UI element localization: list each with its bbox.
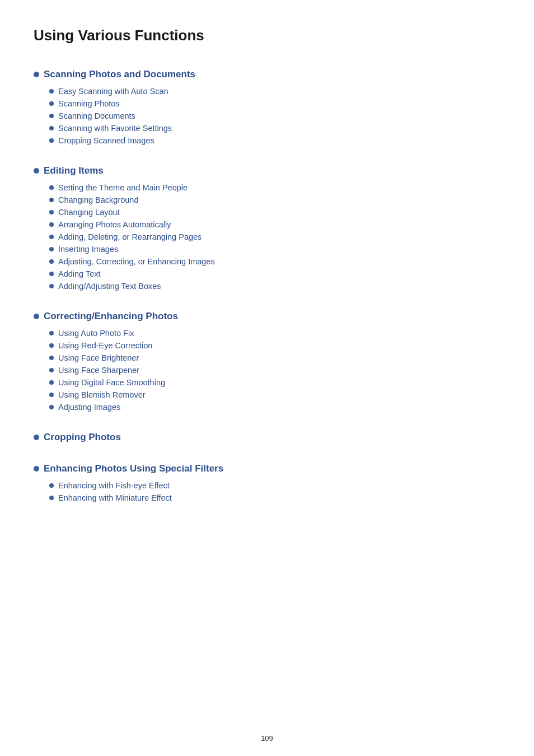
item-bullet-icon — [49, 368, 54, 372]
list-item: Scanning with Favorite Settings — [49, 124, 500, 133]
section-header-correcting-enhancing: Correcting/Enhancing Photos — [34, 311, 500, 322]
item-bullet-icon — [49, 496, 54, 500]
section-title-scanning-photos-docs[interactable]: Scanning Photos and Documents — [44, 69, 195, 80]
list-item: Changing Background — [49, 195, 500, 204]
item-bullet-icon — [49, 101, 54, 106]
page-number: 109 — [0, 734, 534, 743]
section-bullet-icon — [34, 72, 39, 77]
section-enhancing-special: Enhancing Photos Using Special FiltersEn… — [34, 463, 500, 502]
item-link[interactable]: Arranging Photos Automatically — [58, 220, 171, 229]
item-bullet-icon — [49, 405, 54, 409]
section-title-correcting-enhancing[interactable]: Correcting/Enhancing Photos — [44, 311, 178, 322]
list-item: Enhancing with Miniature Effect — [49, 493, 500, 502]
item-bullet-icon — [49, 247, 54, 251]
section-title-cropping-photos[interactable]: Cropping Photos — [44, 432, 121, 443]
item-bullet-icon — [49, 331, 54, 335]
list-item: Adding Text — [49, 269, 500, 278]
sub-items-correcting-enhancing: Using Auto Photo FixUsing Red-Eye Correc… — [34, 329, 500, 412]
list-item: Using Red-Eye Correction — [49, 341, 500, 350]
item-bullet-icon — [49, 138, 54, 143]
item-link[interactable]: Adding, Deleting, or Rearranging Pages — [58, 232, 202, 241]
item-link[interactable]: Using Face Sharpener — [58, 366, 139, 375]
list-item: Scanning Photos — [49, 99, 500, 108]
item-bullet-icon — [49, 483, 54, 488]
list-item: Inserting Images — [49, 245, 500, 254]
sub-items-editing-items: Setting the Theme and Main PeopleChangin… — [34, 183, 500, 291]
item-bullet-icon — [49, 380, 54, 385]
item-link[interactable]: Adding/Adjusting Text Boxes — [58, 282, 161, 291]
section-cropping-photos: Cropping Photos — [34, 432, 500, 443]
item-bullet-icon — [49, 210, 54, 214]
section-header-editing-items: Editing Items — [34, 165, 500, 176]
item-link[interactable]: Adjusting, Correcting, or Enhancing Imag… — [58, 257, 215, 266]
sub-items-enhancing-special: Enhancing with Fish-eye EffectEnhancing … — [34, 481, 500, 502]
item-bullet-icon — [49, 284, 54, 288]
section-header-enhancing-special: Enhancing Photos Using Special Filters — [34, 463, 500, 474]
item-link[interactable]: Scanning with Favorite Settings — [58, 124, 172, 133]
section-title-editing-items[interactable]: Editing Items — [44, 165, 104, 176]
section-bullet-icon — [34, 435, 39, 440]
item-link[interactable]: Scanning Photos — [58, 99, 120, 108]
item-link[interactable]: Using Red-Eye Correction — [58, 341, 152, 350]
list-item: Setting the Theme and Main People — [49, 183, 500, 192]
list-item: Using Face Sharpener — [49, 366, 500, 375]
section-bullet-icon — [34, 168, 39, 174]
list-item: Scanning Documents — [49, 111, 500, 120]
section-editing-items: Editing ItemsSetting the Theme and Main … — [34, 165, 500, 291]
item-link[interactable]: Setting the Theme and Main People — [58, 183, 188, 192]
page-container: Using Various Functions Scanning Photos … — [0, 0, 534, 556]
item-link[interactable]: Cropping Scanned Images — [58, 136, 154, 145]
section-header-cropping-photos: Cropping Photos — [34, 432, 500, 443]
section-title-enhancing-special[interactable]: Enhancing Photos Using Special Filters — [44, 463, 223, 474]
item-bullet-icon — [49, 185, 54, 190]
item-bullet-icon — [49, 393, 54, 397]
item-link[interactable]: Scanning Documents — [58, 111, 135, 120]
list-item: Adding, Deleting, or Rearranging Pages — [49, 232, 500, 241]
sections-container: Scanning Photos and DocumentsEasy Scanni… — [34, 69, 500, 502]
item-link[interactable]: Using Face Brightener — [58, 353, 139, 362]
list-item: Adding/Adjusting Text Boxes — [49, 282, 500, 291]
item-bullet-icon — [49, 343, 54, 348]
item-bullet-icon — [49, 198, 54, 202]
item-link[interactable]: Adjusting Images — [58, 403, 120, 412]
list-item: Cropping Scanned Images — [49, 136, 500, 145]
item-bullet-icon — [49, 114, 54, 118]
list-item: Using Digital Face Smoothing — [49, 378, 500, 387]
item-link[interactable]: Changing Layout — [58, 208, 120, 217]
item-bullet-icon — [49, 89, 54, 94]
list-item: Changing Layout — [49, 208, 500, 217]
item-link[interactable]: Using Auto Photo Fix — [58, 329, 134, 338]
page-title: Using Various Functions — [34, 27, 500, 49]
list-item: Easy Scanning with Auto Scan — [49, 87, 500, 96]
item-link[interactable]: Enhancing with Fish-eye Effect — [58, 481, 170, 490]
item-bullet-icon — [49, 356, 54, 360]
item-link[interactable]: Using Digital Face Smoothing — [58, 378, 165, 387]
section-scanning-photos-docs: Scanning Photos and DocumentsEasy Scanni… — [34, 69, 500, 145]
item-link[interactable]: Adding Text — [58, 269, 101, 278]
item-link[interactable]: Using Blemish Remover — [58, 390, 146, 399]
item-link[interactable]: Inserting Images — [58, 245, 118, 254]
item-bullet-icon — [49, 272, 54, 276]
list-item: Using Auto Photo Fix — [49, 329, 500, 338]
section-bullet-icon — [34, 466, 39, 472]
list-item: Using Face Brightener — [49, 353, 500, 362]
item-link[interactable]: Enhancing with Miniature Effect — [58, 493, 172, 502]
list-item: Adjusting Images — [49, 403, 500, 412]
item-bullet-icon — [49, 235, 54, 239]
section-correcting-enhancing: Correcting/Enhancing PhotosUsing Auto Ph… — [34, 311, 500, 412]
item-bullet-icon — [49, 126, 54, 130]
section-header-scanning-photos-docs: Scanning Photos and Documents — [34, 69, 500, 80]
sub-items-scanning-photos-docs: Easy Scanning with Auto ScanScanning Pho… — [34, 87, 500, 145]
item-link[interactable]: Changing Background — [58, 195, 139, 204]
item-link[interactable]: Easy Scanning with Auto Scan — [58, 87, 168, 96]
list-item: Using Blemish Remover — [49, 390, 500, 399]
item-bullet-icon — [49, 259, 54, 264]
list-item: Arranging Photos Automatically — [49, 220, 500, 229]
section-bullet-icon — [34, 314, 39, 319]
list-item: Adjusting, Correcting, or Enhancing Imag… — [49, 257, 500, 266]
item-bullet-icon — [49, 222, 54, 227]
list-item: Enhancing with Fish-eye Effect — [49, 481, 500, 490]
